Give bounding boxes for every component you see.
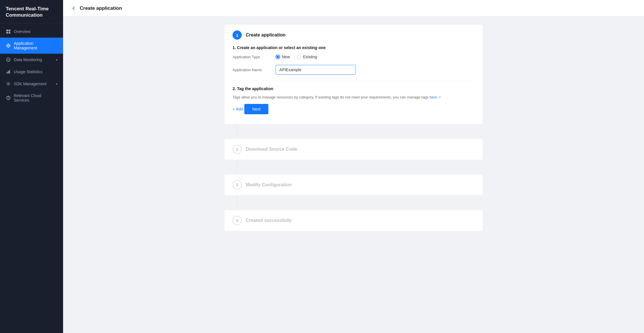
step-4-circle: 4 — [233, 216, 242, 225]
main-content: Create application 1 Create application … — [63, 0, 644, 333]
sidebar-label-application-management: Application Management — [14, 41, 57, 50]
gear-icon — [6, 81, 11, 86]
chevron-down-icon: ▾ — [56, 58, 57, 61]
step-2-circle: 2 — [233, 145, 242, 154]
step-4-header: 4 Created successfully — [225, 210, 483, 231]
chevron-down-icon-2: ▾ — [56, 82, 57, 86]
radio-new-outer — [276, 55, 280, 59]
radio-new-label: New — [282, 55, 290, 59]
step-4-card: 4 Created successfully — [225, 210, 483, 231]
section-2-title: 2. Tag the application — [233, 86, 475, 91]
next-button[interactable]: Next — [244, 104, 269, 114]
external-link-icon: ↗ — [438, 96, 441, 99]
radio-existing-label: Existing — [303, 55, 317, 59]
svg-rect-3 — [9, 32, 10, 34]
step-1-card: 1 Create application 1. Create an applic… — [225, 25, 483, 124]
cube-icon — [6, 95, 11, 100]
section-divider — [233, 80, 475, 81]
sidebar-item-relevant-cloud[interactable]: Relevant Cloud Services — [0, 90, 63, 106]
bar-chart-icon — [6, 69, 11, 74]
radio-existing[interactable]: Existing — [297, 55, 317, 59]
step-2-card: 2 Download Source Code — [225, 139, 483, 160]
page-header: Create application — [63, 0, 644, 17]
svg-point-6 — [7, 58, 10, 62]
back-button[interactable] — [71, 6, 76, 11]
svg-rect-2 — [6, 32, 8, 34]
gauge-icon — [6, 57, 11, 62]
sidebar-label-usage-statistics: Usage Statistics — [14, 69, 42, 74]
radio-existing-outer — [297, 55, 301, 59]
svg-rect-1 — [9, 30, 10, 31]
sidebar-label-relevant-cloud: Relevant Cloud Services — [14, 93, 57, 102]
svg-rect-8 — [7, 72, 7, 73]
step-connector-3 — [237, 195, 237, 207]
app-type-label: Application Type — [233, 55, 270, 59]
step-2-title: Download Source Code — [246, 147, 297, 152]
svg-rect-9 — [8, 71, 9, 73]
sidebar-label-overview: Overview — [14, 29, 30, 34]
step-2-header: 2 Download Source Code — [225, 139, 483, 160]
sidebar: Tencent Real-Time Communication Overview — [0, 0, 63, 333]
step-connector-1 — [237, 124, 237, 135]
section-1-title: 1. Create an application or select an ex… — [233, 45, 475, 50]
step-connector-2 — [237, 160, 237, 171]
add-tag-button[interactable]: + Add — [233, 107, 243, 111]
tag-description: Tags allow you to manage resources by ca… — [233, 94, 475, 100]
app-name-label: Application Name — [233, 68, 270, 72]
step-4-title: Created successfully — [246, 218, 292, 223]
tag-link[interactable]: here ↗ — [430, 95, 441, 99]
sidebar-item-application-management[interactable]: Application Management — [0, 38, 63, 54]
grid-icon — [6, 29, 11, 34]
app-type-row: Application Type New Existing — [233, 55, 475, 59]
radio-group-app-type: New Existing — [276, 55, 317, 59]
step-3-header: 3 Modify Configuration — [225, 175, 483, 195]
sidebar-nav: Overview Application Management Data Mon… — [0, 23, 63, 333]
sidebar-item-sdk-management[interactable]: SDK Management ▾ — [0, 78, 63, 90]
sidebar-logo: Tencent Real-Time Communication — [0, 0, 63, 23]
radio-new-inner — [277, 56, 279, 58]
sidebar-label-data-monitoring: Data Monitoring — [14, 57, 42, 62]
app-name-input[interactable] — [276, 65, 356, 75]
radio-new[interactable]: New — [276, 55, 290, 59]
step-1-title: Create application — [246, 32, 286, 38]
svg-rect-0 — [6, 30, 8, 31]
svg-rect-10 — [9, 70, 10, 73]
diamond-icon — [6, 43, 11, 48]
svg-point-7 — [8, 60, 9, 61]
svg-point-11 — [8, 83, 9, 85]
step-3-circle: 3 — [233, 180, 242, 189]
app-name-row: Application Name — [233, 65, 475, 75]
steps-container: 1 Create application 1. Create an applic… — [225, 25, 483, 231]
step-1-circle: 1 — [233, 30, 242, 40]
step-3-card: 3 Modify Configuration — [225, 175, 483, 195]
page-title: Create application — [80, 5, 122, 11]
sidebar-item-usage-statistics[interactable]: Usage Statistics — [0, 66, 63, 78]
sidebar-item-data-monitoring[interactable]: Data Monitoring ▾ — [0, 54, 63, 66]
step-1-header: 1 Create application — [225, 25, 483, 45]
sidebar-label-sdk-management: SDK Management — [14, 82, 46, 86]
sidebar-item-overview[interactable]: Overview — [0, 26, 63, 38]
step-3-title: Modify Configuration — [246, 182, 292, 187]
main-body: 1 Create application 1. Create an applic… — [63, 17, 644, 333]
step-1-content: 1. Create an application or select an ex… — [225, 45, 483, 124]
